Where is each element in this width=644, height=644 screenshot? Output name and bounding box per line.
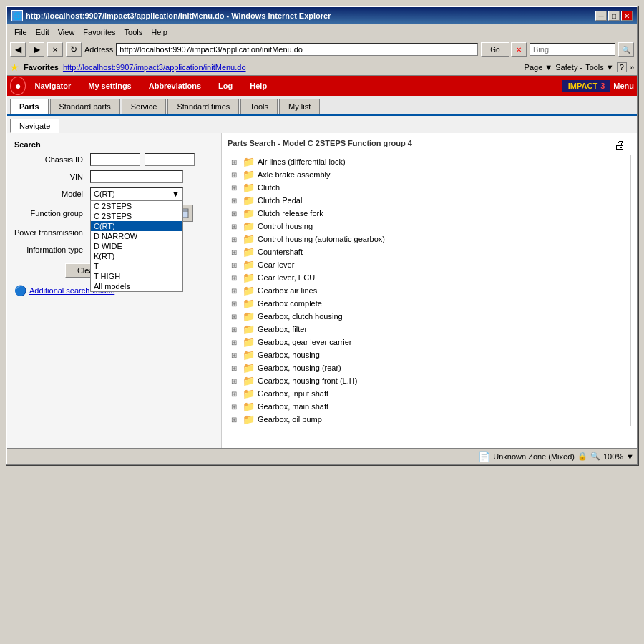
tab-standard-times[interactable]: Standard times	[167, 99, 239, 114]
nav-log[interactable]: Log	[210, 79, 241, 93]
close-button[interactable]: ✕	[621, 11, 633, 21]
parts-list-item[interactable]: ⊞📁Gearbox, housing front (L.H)	[228, 374, 630, 387]
search-input[interactable]	[530, 43, 615, 56]
refresh-x-button[interactable]: ✕	[511, 42, 527, 57]
minimize-button[interactable]: ─	[595, 11, 607, 21]
model-option-dnarrow[interactable]: D NARROW	[91, 231, 182, 241]
stop-button[interactable]: ✕	[47, 42, 63, 57]
forward-button[interactable]: ▶	[29, 42, 44, 57]
vin-input[interactable]	[90, 170, 183, 183]
parts-list-item[interactable]: ⊞📁Gearbox, input shaft	[228, 387, 630, 400]
model-option-c2steps-1[interactable]: C 2STEPS	[91, 201, 182, 211]
model-option-thigh[interactable]: T HIGH	[91, 271, 182, 281]
refresh-button[interactable]: ↻	[66, 42, 82, 57]
menu-file[interactable]: File	[10, 26, 31, 38]
right-panel: Parts Search - Model C 2STEPS Function g…	[222, 133, 637, 448]
parts-list-item[interactable]: ⊞📁Gearbox, gear lever carrier	[228, 336, 630, 348]
model-selected-value: C(RT)	[94, 190, 115, 198]
page-button[interactable]: Page ▼	[525, 63, 553, 72]
back-button[interactable]: ◀	[10, 42, 26, 57]
nav-navigator[interactable]: Navigator	[26, 79, 79, 93]
menu-tools[interactable]: Tools	[120, 26, 147, 38]
nav-abbreviations[interactable]: Abbreviations	[140, 79, 210, 93]
parts-list-item[interactable]: ⊞📁Clutch release fork	[228, 207, 630, 220]
help-button[interactable]: ?	[617, 62, 627, 72]
parts-list-item[interactable]: ⊞📁Gearbox, filter	[228, 323, 630, 336]
folder-icon: 📁	[243, 336, 255, 348]
parts-list-item[interactable]: ⊞📁Gearbox, oil pump	[228, 413, 630, 426]
menu-view[interactable]: View	[54, 26, 79, 38]
parts-list-item[interactable]: ⊞📁Gearbox, housing	[228, 348, 630, 361]
model-dropdown-header[interactable]: C(RT) ▼	[90, 187, 183, 200]
folder-icon: 📁	[243, 169, 255, 180]
model-option-all[interactable]: All models	[91, 281, 182, 291]
parts-list-item[interactable]: ⊞📁Gear lever	[228, 258, 630, 271]
chassis-id-input-2[interactable]	[145, 153, 195, 166]
folder-icon: 📁	[243, 362, 255, 374]
expand-icon: ⊞	[231, 184, 240, 192]
parts-list-item[interactable]: ⊞📁Control housing	[228, 220, 630, 233]
favorites-label: Favorites	[24, 63, 59, 72]
parts-list-item[interactable]: ⊞📁Countershaft	[228, 245, 630, 258]
folder-icon: 📁	[243, 233, 255, 245]
model-option-t[interactable]: T	[91, 261, 182, 271]
maximize-button[interactable]: □	[608, 11, 620, 21]
parts-list-item[interactable]: ⊞📁Clutch	[228, 181, 630, 194]
vin-label: VIN	[14, 172, 86, 181]
title-bar: 🌐 http://localhost:9907/impact3/applicat…	[7, 7, 637, 24]
tab-standard-parts[interactable]: Standard parts	[50, 99, 120, 114]
model-list: C 2STEPS C 2STEPS C(RT) D NARROW D WIDE …	[90, 200, 183, 292]
parts-list-item[interactable]: ⊞📁Gearbox, main shaft	[228, 400, 630, 413]
tab-my-list[interactable]: My list	[279, 99, 320, 114]
chassis-id-label: Chassis ID	[14, 155, 86, 164]
menu-help[interactable]: Help	[147, 26, 172, 38]
nav-my-settings[interactable]: My settings	[79, 79, 140, 93]
extras-button[interactable]: »	[630, 63, 634, 72]
parts-list-item[interactable]: ⊞📁Axle brake assembly	[228, 168, 630, 181]
parts-list-item[interactable]: ⊞📁Clutch Pedal	[228, 194, 630, 207]
nav-tab-navigate[interactable]: Navigate	[10, 119, 59, 133]
parts-list-item[interactable]: ⊞📁Gearbox air lines	[228, 284, 630, 297]
chassis-id-input-1[interactable]	[90, 153, 140, 166]
safety-button[interactable]: Safety -	[555, 63, 582, 72]
model-option-dwide[interactable]: D WIDE	[91, 241, 182, 251]
status-right: 📄 Unknown Zone (Mixed) 🔒 🔍 100% ▼	[478, 451, 634, 462]
folder-icon: 📁	[243, 401, 255, 412]
parts-item-label: Gearbox air lines	[258, 286, 317, 295]
model-option-crt[interactable]: C(RT)	[91, 221, 182, 231]
tab-tools[interactable]: Tools	[240, 99, 278, 114]
folder-icon: 📁	[243, 156, 255, 167]
main-content: Navigate Search Chassis ID	[7, 116, 637, 448]
model-option-krt[interactable]: K(RT)	[91, 251, 182, 261]
favorites-link[interactable]: http://localhost:9907/impact3/applicatio…	[63, 63, 246, 72]
tools-button[interactable]: Tools ▼	[585, 63, 614, 72]
parts-item-label: Gear lever, ECU	[258, 273, 315, 282]
parts-list-item[interactable]: ⊞📁Gear lever, ECU	[228, 271, 630, 284]
expand-icon: ⊞	[231, 326, 240, 333]
dropdown-arrow-icon: ▼	[172, 190, 180, 198]
parts-item-label: Gearbox, main shaft	[258, 402, 328, 411]
tab-service[interactable]: Service	[122, 99, 167, 114]
parts-item-label: Control housing (automatic gearbox)	[258, 235, 385, 243]
parts-list-item[interactable]: ⊞📁Gearbox, clutch housing	[228, 310, 630, 323]
search-go-button[interactable]: 🔍	[618, 42, 634, 57]
menu-favorites[interactable]: Favorites	[79, 26, 119, 38]
parts-list-item[interactable]: ⊞📁Gearbox complete	[228, 297, 630, 310]
parts-list: ⊞📁Air lines (differential lock)⊞📁Axle br…	[228, 155, 631, 426]
model-option-c2steps-2[interactable]: C 2STEPS	[91, 211, 182, 221]
parts-list-item[interactable]: ⊞📁Control housing (automatic gearbox)	[228, 233, 630, 245]
print-icon[interactable]: 🖨	[614, 139, 625, 152]
window-title: http://localhost:9907/impact3/applicatio…	[26, 11, 331, 20]
nav-help[interactable]: Help	[241, 79, 275, 93]
parts-list-item[interactable]: ⊞📁Air lines (differential lock)	[228, 155, 630, 168]
parts-item-label: Countershaft	[258, 248, 303, 256]
menu-edit[interactable]: Edit	[31, 26, 54, 38]
expand-icon: ⊞	[231, 261, 240, 269]
address-input[interactable]	[116, 43, 478, 56]
parts-item-label: Clutch release fork	[258, 209, 323, 218]
zoom-dropdown-icon[interactable]: ▼	[626, 452, 634, 461]
go-button[interactable]: Go	[481, 42, 509, 57]
expand-icon: ⊞	[231, 235, 240, 243]
tab-parts[interactable]: Parts	[10, 99, 49, 114]
parts-list-item[interactable]: ⊞📁Gearbox, housing (rear)	[228, 361, 630, 374]
